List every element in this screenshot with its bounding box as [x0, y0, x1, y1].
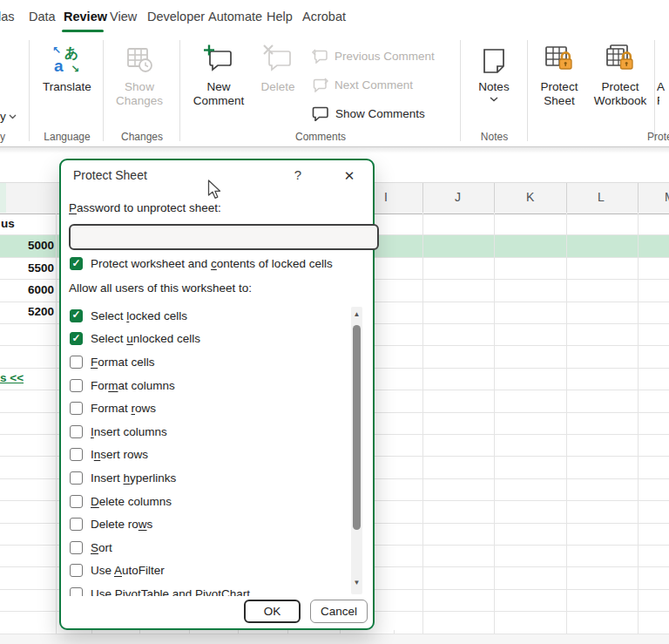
checkbox-unchecked[interactable] — [70, 425, 83, 438]
new-comment-icon — [188, 42, 249, 75]
new-comment-button[interactable]: NewComment — [188, 42, 249, 108]
accessibility-button-partial[interactable]: y — [0, 42, 17, 124]
permission-option[interactable]: Format rows — [70, 397, 348, 420]
show-comments-button[interactable]: Show Comments — [312, 105, 425, 121]
scrollbar[interactable]: ▲ ▼ — [351, 307, 362, 594]
tab-review[interactable]: Review — [64, 10, 107, 24]
collapse-link-fragment[interactable]: s << — [0, 371, 24, 384]
option-label: Password to unprotect sheet: — [69, 201, 221, 214]
gridline — [638, 214, 639, 644]
tab-data[interactable]: Data — [29, 10, 56, 24]
checkbox-unchecked[interactable] — [70, 402, 83, 415]
cell-text-fragment: us — [1, 217, 15, 230]
allow-edit-ranges-button-partial[interactable]: A R — [657, 42, 669, 108]
scrollbar-down-icon[interactable]: ▼ — [351, 579, 362, 586]
option-label: Insert hyperlinks — [91, 471, 176, 485]
permission-option[interactable]: Delete rows — [70, 512, 348, 536]
excel-window: las Data Review View Developer Automate … — [0, 0, 669, 644]
protect-workbook-icon — [590, 42, 651, 75]
checkbox-checked[interactable] — [70, 309, 83, 322]
group-separator — [527, 40, 528, 141]
tab-help[interactable]: Help — [267, 10, 293, 24]
option-label: Protect worksheet and contents of locked… — [91, 257, 333, 270]
cell-value: 5500 — [0, 261, 54, 275]
checkbox-unchecked[interactable] — [70, 356, 83, 369]
option-label: Insert columns — [91, 425, 167, 438]
permission-option[interactable]: Use PivotTable and PivotChart — [70, 582, 348, 596]
protect-workbook-button[interactable]: ProtectWorkbook — [590, 42, 651, 108]
scrollbar-thumb[interactable] — [353, 325, 361, 530]
option-label: Use PivotTable and PivotChart — [91, 587, 250, 596]
tab-automate[interactable]: Automate — [208, 10, 262, 24]
column-header-L[interactable]: L — [598, 190, 605, 204]
option-label: Select unlocked cells — [91, 332, 200, 345]
permission-option[interactable]: Select unlocked cells — [70, 328, 348, 351]
option-label: Delete rows — [91, 518, 152, 531]
permission-option[interactable]: Use AutoFilter — [70, 559, 348, 583]
checkbox-unchecked[interactable] — [70, 564, 83, 577]
group-separator — [460, 40, 461, 141]
tab-acrobat[interactable]: Acrobat — [302, 10, 346, 24]
close-icon[interactable]: ✕ — [338, 166, 361, 186]
group-separator — [179, 40, 180, 141]
scrollbar-up-icon[interactable]: ▲ — [351, 310, 362, 318]
column-header-K[interactable]: K — [526, 190, 534, 204]
permission-option[interactable]: Format columns — [70, 374, 348, 397]
chevron-down-icon — [490, 97, 498, 102]
option-label: Use AutoFilter — [91, 564, 165, 577]
checkbox-unchecked[interactable] — [70, 471, 83, 485]
group-label-changes: Changes — [105, 131, 179, 143]
permission-option[interactable]: Insert columns — [70, 420, 348, 444]
cancel-button[interactable]: Cancel — [310, 600, 368, 623]
checkbox-unchecked[interactable] — [70, 448, 83, 461]
permission-option[interactable]: Insert rows — [70, 444, 348, 467]
option-label: Format columns — [91, 379, 175, 392]
permission-option[interactable]: Sort — [70, 536, 348, 559]
checkbox-unchecked[interactable] — [70, 495, 83, 508]
group-label-language: Language — [31, 131, 103, 143]
permission-option[interactable]: Delete columns — [70, 490, 348, 513]
show-comments-icon — [312, 105, 329, 121]
tab-view[interactable]: View — [110, 10, 137, 24]
checkbox-unchecked[interactable] — [70, 587, 83, 596]
translate-button[interactable]: あ a ↖ ↘ Translate — [39, 42, 95, 94]
translate-icon: あ a ↖ ↘ — [39, 42, 95, 75]
checkbox-checked[interactable] — [70, 332, 83, 345]
permission-option[interactable]: Format cells — [70, 350, 348, 374]
checkbox-checked[interactable] — [70, 257, 83, 270]
svg-text:a: a — [54, 57, 64, 75]
show-changes-button: ShowChanges — [106, 42, 172, 108]
permission-option[interactable]: Insert hyperlinks — [70, 466, 348, 490]
tab-formulas-partial[interactable]: las — [0, 10, 15, 24]
protect-sheet-button[interactable]: ProtectSheet — [532, 42, 586, 108]
option-label: Select locked cells — [91, 309, 187, 322]
checkbox-unchecked[interactable] — [70, 541, 83, 554]
delete-comment-button: Delete — [253, 42, 303, 94]
column-header-J[interactable]: J — [455, 190, 461, 204]
help-icon[interactable]: ? — [289, 167, 307, 182]
cell-value: 5000 — [0, 239, 54, 252]
cell-value: 5200 — [0, 305, 54, 318]
checkbox-unchecked[interactable] — [70, 379, 83, 392]
bottom-row-band — [0, 634, 669, 644]
permission-option[interactable]: Select locked cells — [70, 304, 348, 328]
chevron-down-icon — [9, 114, 17, 119]
option-label: Delete columns — [91, 495, 172, 508]
protect-worksheet-option[interactable]: Protect worksheet and contents of locked… — [70, 257, 333, 270]
tab-developer[interactable]: Developer — [147, 10, 205, 24]
active-tab-underline — [62, 30, 104, 32]
password-input[interactable] — [69, 224, 379, 250]
checkbox-unchecked[interactable] — [70, 518, 83, 531]
notes-icon — [470, 42, 517, 75]
next-comment-icon — [312, 78, 328, 92]
protect-sheet-icon — [532, 42, 586, 75]
column-header-I[interactable]: I — [384, 190, 388, 204]
option-label: Insert rows — [91, 448, 148, 461]
notes-button[interactable]: Notes — [470, 42, 517, 102]
column-header-M-partial[interactable]: M — [665, 190, 669, 204]
next-comment-button: Next Comment — [312, 78, 413, 92]
gridline — [422, 183, 423, 213]
ok-button[interactable]: OK — [244, 600, 301, 623]
gridline — [638, 183, 639, 213]
previous-comment-icon — [312, 49, 328, 64]
